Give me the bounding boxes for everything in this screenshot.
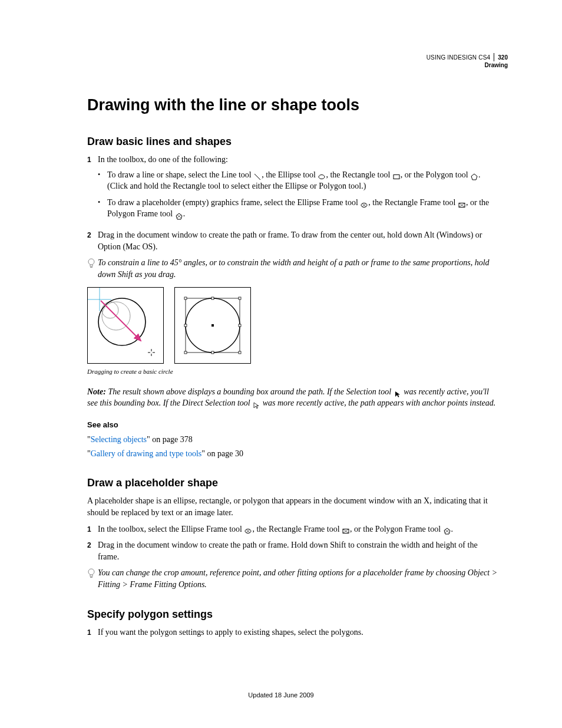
svg-marker-37 [395, 391, 400, 397]
header-section: Drawing [427, 61, 508, 69]
step-1-text: If you want the polygon settings to appl… [98, 627, 498, 638]
figure-caption: Dragging to create a basic circle [87, 367, 498, 376]
substep-a: • To draw a line or shape, select the Li… [98, 169, 498, 192]
figure-dragging [87, 287, 164, 364]
svg-line-21 [101, 301, 141, 341]
bullet-icon: • [98, 169, 107, 192]
substep-b: • To draw a placeholder (empty) graphics… [98, 197, 498, 220]
svg-rect-32 [239, 324, 241, 327]
svg-line-0 [254, 174, 260, 180]
note-block: Note: The result shown above displays a … [87, 386, 498, 409]
lightbulb-icon [87, 567, 98, 590]
page-title: Drawing with the line or shape tools [87, 94, 498, 117]
placeholder-intro: A placeholder shape is an ellipse, recta… [87, 495, 498, 518]
svg-rect-36 [211, 324, 214, 327]
header-product: USING INDESIGN CS4 [427, 54, 491, 61]
rectangle-frame-tool-icon [458, 200, 465, 206]
selection-tool-icon [394, 390, 401, 396]
header-divider [494, 53, 494, 61]
running-header: USING INDESIGN CS4 320 Drawing [427, 53, 508, 69]
ellipse-frame-tool-icon [361, 200, 368, 206]
heading-placeholder: Draw a placeholder shape [87, 476, 498, 490]
bullet-icon: • [98, 197, 107, 220]
polygon-tool-icon [471, 172, 478, 178]
step-number: 2 [87, 229, 98, 252]
header-page-number: 320 [498, 54, 508, 61]
svg-rect-33 [184, 351, 187, 354]
polygon-frame-tool-icon [444, 526, 451, 532]
step-number: 2 [87, 539, 98, 562]
line-tool-icon [254, 172, 261, 178]
svg-rect-34 [211, 351, 214, 354]
tip-text: You can change the crop amount, referenc… [98, 567, 498, 590]
step-2-text: Drag in the document window to create th… [98, 539, 498, 562]
heading-polygon-settings: Specify polygon settings [87, 607, 498, 622]
note-label: Note: [87, 387, 108, 396]
step-2-text: Drag in the document window to create th… [98, 229, 498, 252]
steps-list: 1 In the toolbox, do one of the followin… [87, 154, 498, 252]
heading-draw-basic: Draw basic lines and shapes [87, 134, 498, 149]
svg-rect-31 [184, 324, 187, 327]
figure-row [87, 287, 498, 364]
step-1: 1 In the toolbox, select the Ellipse Fra… [87, 523, 498, 535]
svg-rect-30 [239, 297, 241, 299]
link-selecting-objects[interactable]: Selecting objects [91, 435, 147, 444]
step-number: 1 [87, 523, 98, 535]
steps-list-3: 1 If you want the polygon settings to ap… [87, 627, 498, 638]
see-also-item: "Gallery of drawing and type tools" on p… [87, 448, 498, 460]
step-number: 1 [87, 627, 98, 638]
polygon-frame-tool-icon [176, 212, 183, 218]
svg-rect-28 [184, 297, 187, 299]
link-gallery-tools[interactable]: Gallery of drawing and type tools [91, 449, 202, 458]
svg-point-13 [88, 259, 94, 265]
tip-text: To constrain a line to 45° angles, or to… [98, 257, 498, 280]
step-2: 2 Drag in the document window to create … [87, 539, 498, 562]
svg-marker-38 [254, 403, 259, 409]
see-also-item: "Selecting objects" on page 378 [87, 434, 498, 446]
tip-block: To constrain a line to 45° angles, or to… [87, 257, 498, 280]
svg-rect-29 [211, 297, 214, 299]
steps-list-2: 1 In the toolbox, select the Ellipse Fra… [87, 523, 498, 563]
svg-rect-35 [239, 351, 241, 354]
ellipse-frame-tool-icon [244, 526, 252, 532]
svg-point-48 [88, 569, 94, 575]
step-1: 1 If you want the polygon settings to ap… [87, 627, 498, 638]
svg-rect-2 [394, 175, 399, 179]
step-1-text: In the toolbox, do one of the following: [98, 155, 228, 164]
see-also-heading: See also [87, 420, 498, 430]
ellipse-tool-icon [318, 172, 325, 178]
page: USING INDESIGN CS4 320 Drawing Drawing w… [0, 0, 562, 728]
rectangle-tool-icon [393, 172, 400, 178]
step-2: 2 Drag in the document window to create … [87, 229, 498, 252]
footer-updated: Updated 18 June 2009 [0, 691, 562, 700]
direct-selection-tool-icon [253, 401, 260, 407]
svg-point-1 [319, 175, 325, 179]
step-1: 1 In the toolbox, do one of the followin… [87, 154, 498, 225]
rectangle-frame-tool-icon [342, 526, 349, 532]
step-number: 1 [87, 154, 98, 225]
tip-block: You can change the crop amount, referenc… [87, 567, 498, 590]
svg-marker-3 [471, 174, 477, 180]
figure-result [174, 287, 251, 364]
lightbulb-icon [87, 257, 98, 280]
